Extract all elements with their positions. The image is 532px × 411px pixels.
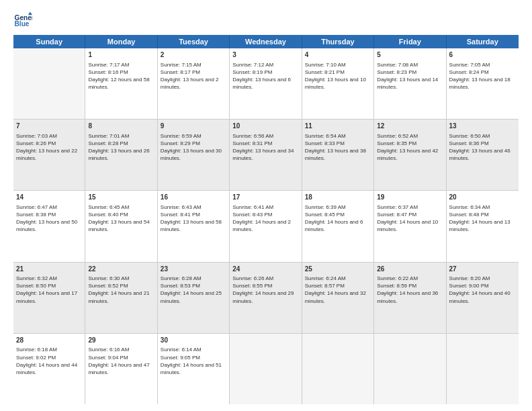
day-info: Sunrise: 6:16 AM Sunset: 9:04 PM Dayligh… xyxy=(88,346,154,376)
day-number: 3 xyxy=(232,50,298,60)
day-info: Sunrise: 7:08 AM Sunset: 8:23 PM Dayligh… xyxy=(377,61,443,91)
calendar-day-12: 12Sunrise: 6:52 AM Sunset: 8:35 PM Dayli… xyxy=(374,120,446,190)
calendar-day-11: 11Sunrise: 6:54 AM Sunset: 8:33 PM Dayli… xyxy=(302,120,374,190)
day-info: Sunrise: 6:30 AM Sunset: 8:52 PM Dayligh… xyxy=(88,275,154,305)
day-info: Sunrise: 6:47 AM Sunset: 8:38 PM Dayligh… xyxy=(16,203,82,234)
calendar-day-3: 3Sunrise: 7:12 AM Sunset: 8:19 PM Daylig… xyxy=(230,48,302,119)
calendar-day-22: 22Sunrise: 6:30 AM Sunset: 8:52 PM Dayli… xyxy=(85,263,157,333)
calendar-empty xyxy=(374,334,446,404)
calendar-empty xyxy=(302,334,374,404)
day-number: 19 xyxy=(377,193,443,202)
day-number: 12 xyxy=(377,122,443,131)
calendar-day-25: 25Sunrise: 6:24 AM Sunset: 8:57 PM Dayli… xyxy=(302,263,374,333)
calendar-week-4: 21Sunrise: 6:32 AM Sunset: 8:50 PM Dayli… xyxy=(13,263,519,334)
day-info: Sunrise: 6:54 AM Sunset: 8:33 PM Dayligh… xyxy=(305,132,371,163)
calendar-day-30: 30Sunrise: 6:14 AM Sunset: 9:05 PM Dayli… xyxy=(158,334,230,404)
day-number: 13 xyxy=(449,122,516,131)
calendar-day-13: 13Sunrise: 6:50 AM Sunset: 8:36 PM Dayli… xyxy=(447,120,519,190)
calendar-day-29: 29Sunrise: 6:16 AM Sunset: 9:04 PM Dayli… xyxy=(85,334,157,404)
day-info: Sunrise: 6:18 AM Sunset: 9:02 PM Dayligh… xyxy=(16,346,82,376)
day-number: 26 xyxy=(377,265,443,274)
calendar-week-3: 14Sunrise: 6:47 AM Sunset: 8:38 PM Dayli… xyxy=(13,191,519,262)
day-number: 22 xyxy=(88,265,154,274)
day-number: 16 xyxy=(161,193,226,202)
day-info: Sunrise: 6:20 AM Sunset: 9:00 PM Dayligh… xyxy=(449,275,516,305)
day-number: 9 xyxy=(161,122,226,131)
day-info: Sunrise: 6:41 AM Sunset: 8:43 PM Dayligh… xyxy=(232,203,298,234)
day-info: Sunrise: 7:03 AM Sunset: 8:26 PM Dayligh… xyxy=(16,132,82,163)
calendar-day-16: 16Sunrise: 6:43 AM Sunset: 8:41 PM Dayli… xyxy=(158,191,230,261)
calendar-day-10: 10Sunrise: 6:56 AM Sunset: 8:31 PM Dayli… xyxy=(230,120,302,190)
page: General Blue SundayMondayTuesdayWednesda… xyxy=(0,0,532,411)
svg-marker-2 xyxy=(28,12,32,15)
col-header-friday: Friday xyxy=(374,35,446,48)
day-info: Sunrise: 6:24 AM Sunset: 8:57 PM Dayligh… xyxy=(305,275,371,305)
calendar-day-26: 26Sunrise: 6:22 AM Sunset: 8:59 PM Dayli… xyxy=(374,263,446,333)
day-info: Sunrise: 6:37 AM Sunset: 8:47 PM Dayligh… xyxy=(377,203,443,234)
day-info: Sunrise: 7:05 AM Sunset: 8:24 PM Dayligh… xyxy=(449,61,516,91)
calendar-week-5: 28Sunrise: 6:18 AM Sunset: 9:02 PM Dayli… xyxy=(13,334,519,404)
day-info: Sunrise: 6:26 AM Sunset: 8:55 PM Dayligh… xyxy=(232,275,298,305)
day-number: 8 xyxy=(88,122,154,131)
header: General Blue xyxy=(13,11,519,30)
day-number: 30 xyxy=(161,336,226,345)
calendar-day-28: 28Sunrise: 6:18 AM Sunset: 9:02 PM Dayli… xyxy=(13,334,85,404)
calendar-empty xyxy=(447,334,519,404)
day-info: Sunrise: 6:39 AM Sunset: 8:45 PM Dayligh… xyxy=(305,203,371,234)
calendar-day-24: 24Sunrise: 6:26 AM Sunset: 8:55 PM Dayli… xyxy=(230,263,302,333)
calendar-day-20: 20Sunrise: 6:34 AM Sunset: 8:48 PM Dayli… xyxy=(447,191,519,261)
day-number: 18 xyxy=(305,193,371,202)
calendar-day-17: 17Sunrise: 6:41 AM Sunset: 8:43 PM Dayli… xyxy=(230,191,302,261)
col-header-wednesday: Wednesday xyxy=(230,35,302,48)
calendar-day-1: 1Sunrise: 7:17 AM Sunset: 8:16 PM Daylig… xyxy=(85,48,157,119)
day-info: Sunrise: 6:56 AM Sunset: 8:31 PM Dayligh… xyxy=(232,132,298,163)
col-header-thursday: Thursday xyxy=(302,35,374,48)
day-number: 21 xyxy=(16,265,82,274)
day-info: Sunrise: 6:50 AM Sunset: 8:36 PM Dayligh… xyxy=(449,132,516,163)
day-info: Sunrise: 7:01 AM Sunset: 8:28 PM Dayligh… xyxy=(88,132,154,163)
logo: General Blue xyxy=(13,11,35,30)
day-number: 17 xyxy=(232,193,298,202)
day-info: Sunrise: 6:34 AM Sunset: 8:48 PM Dayligh… xyxy=(449,203,516,234)
day-number: 15 xyxy=(88,193,154,202)
logo-icon: General Blue xyxy=(13,11,32,30)
calendar-day-9: 9Sunrise: 6:59 AM Sunset: 8:29 PM Daylig… xyxy=(158,120,230,190)
calendar-week-2: 7Sunrise: 7:03 AM Sunset: 8:26 PM Daylig… xyxy=(13,120,519,191)
calendar-empty xyxy=(13,48,85,119)
day-info: Sunrise: 6:59 AM Sunset: 8:29 PM Dayligh… xyxy=(161,132,226,163)
day-number: 14 xyxy=(16,193,82,202)
calendar-day-15: 15Sunrise: 6:45 AM Sunset: 8:40 PM Dayli… xyxy=(85,191,157,261)
day-number: 24 xyxy=(232,265,298,274)
col-header-sunday: Sunday xyxy=(13,35,85,48)
calendar-day-19: 19Sunrise: 6:37 AM Sunset: 8:47 PM Dayli… xyxy=(374,191,446,261)
calendar-day-2: 2Sunrise: 7:15 AM Sunset: 8:17 PM Daylig… xyxy=(158,48,230,119)
day-info: Sunrise: 6:14 AM Sunset: 9:05 PM Dayligh… xyxy=(161,346,226,376)
day-info: Sunrise: 6:22 AM Sunset: 8:59 PM Dayligh… xyxy=(377,275,443,305)
day-info: Sunrise: 6:32 AM Sunset: 8:50 PM Dayligh… xyxy=(16,275,82,305)
day-number: 11 xyxy=(305,122,371,131)
day-number: 28 xyxy=(16,336,82,345)
day-info: Sunrise: 7:15 AM Sunset: 8:17 PM Dayligh… xyxy=(161,61,226,91)
calendar-day-14: 14Sunrise: 6:47 AM Sunset: 8:38 PM Dayli… xyxy=(13,191,85,261)
day-number: 7 xyxy=(16,122,82,131)
calendar-week-1: 1Sunrise: 7:17 AM Sunset: 8:16 PM Daylig… xyxy=(13,48,519,120)
col-header-monday: Monday xyxy=(85,35,157,48)
day-info: Sunrise: 6:43 AM Sunset: 8:41 PM Dayligh… xyxy=(161,203,226,234)
day-info: Sunrise: 6:45 AM Sunset: 8:40 PM Dayligh… xyxy=(88,203,154,234)
calendar-day-8: 8Sunrise: 7:01 AM Sunset: 8:28 PM Daylig… xyxy=(85,120,157,190)
day-number: 10 xyxy=(232,122,298,131)
day-number: 1 xyxy=(88,50,154,60)
day-number: 25 xyxy=(305,265,371,274)
col-header-saturday: Saturday xyxy=(447,35,519,48)
calendar-day-5: 5Sunrise: 7:08 AM Sunset: 8:23 PM Daylig… xyxy=(374,48,446,119)
day-number: 5 xyxy=(377,50,443,60)
calendar-day-18: 18Sunrise: 6:39 AM Sunset: 8:45 PM Dayli… xyxy=(302,191,374,261)
day-info: Sunrise: 7:10 AM Sunset: 8:21 PM Dayligh… xyxy=(305,61,371,91)
calendar-body: 1Sunrise: 7:17 AM Sunset: 8:16 PM Daylig… xyxy=(13,48,519,404)
day-info: Sunrise: 7:12 AM Sunset: 8:19 PM Dayligh… xyxy=(232,61,298,91)
svg-text:Blue: Blue xyxy=(15,20,30,28)
day-info: Sunrise: 6:28 AM Sunset: 8:53 PM Dayligh… xyxy=(161,275,226,305)
calendar-day-27: 27Sunrise: 6:20 AM Sunset: 9:00 PM Dayli… xyxy=(447,263,519,333)
day-number: 2 xyxy=(161,50,226,60)
day-info: Sunrise: 6:52 AM Sunset: 8:35 PM Dayligh… xyxy=(377,132,443,163)
